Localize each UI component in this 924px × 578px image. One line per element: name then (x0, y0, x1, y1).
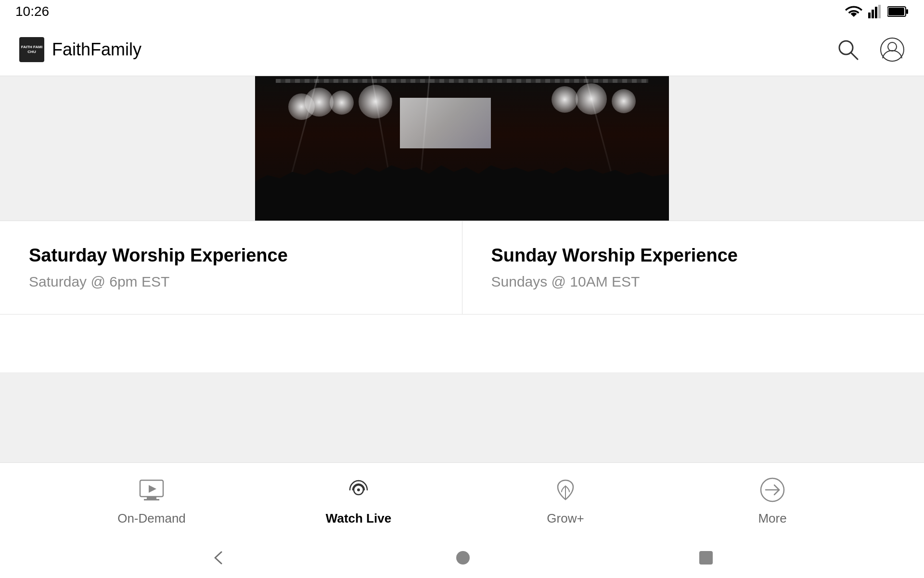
svg-marker-14 (149, 485, 156, 493)
watch-live-label: Watch Live (326, 511, 391, 526)
svg-point-9 (881, 38, 904, 61)
svg-point-16 (357, 488, 360, 491)
status-bar: 10:26 (0, 0, 924, 23)
hero-canvas (255, 76, 669, 221)
spot-light-2 (330, 91, 354, 115)
grow-plus-icon (552, 476, 579, 503)
on-demand-label: On-Demand (117, 511, 186, 526)
nav-item-watch-live[interactable]: Watch Live (255, 476, 462, 526)
spot-light-6 (612, 89, 636, 113)
system-nav (0, 539, 924, 578)
status-icons (845, 5, 909, 18)
wifi-icon (845, 5, 862, 18)
svg-rect-0 (868, 13, 871, 18)
nav-item-on-demand[interactable]: On-Demand (48, 476, 255, 526)
bottom-nav: On-Demand Watch Live Grow+ More (0, 462, 924, 539)
sunday-title: Sunday Worship Experience (491, 245, 896, 266)
square-icon (697, 549, 715, 566)
schedule-item-saturday: Saturday Worship Experience Saturday @ 6… (0, 221, 462, 314)
app-bar-left: FAITH FAMI CHU FaithFamily (19, 37, 141, 62)
battery-icon (887, 6, 909, 17)
home-icon (454, 549, 472, 566)
search-icon[interactable] (835, 37, 860, 62)
crowd-silhouette (255, 156, 669, 221)
svg-rect-1 (872, 10, 874, 18)
app-logo: FAITH FAMI CHU (19, 37, 44, 62)
more-icon (759, 476, 786, 503)
svg-rect-12 (147, 497, 156, 499)
app-title: FaithFamily (52, 39, 141, 60)
app-bar: FAITH FAMI CHU FaithFamily (0, 23, 924, 76)
spacer-section (0, 315, 924, 372)
svg-rect-3 (878, 5, 881, 18)
watch-live-icon (345, 476, 372, 503)
app-bar-right (835, 37, 905, 62)
recents-button[interactable] (697, 549, 715, 568)
schedule-section: Saturday Worship Experience Saturday @ 6… (0, 221, 924, 315)
signal-icon (868, 5, 882, 18)
saturday-time: Saturday @ 6pm EST (29, 274, 433, 290)
svg-rect-20 (699, 551, 713, 565)
stage-truss (276, 79, 648, 83)
saturday-title: Saturday Worship Experience (29, 245, 433, 266)
svg-rect-2 (875, 7, 877, 18)
spot-light-4 (288, 93, 315, 120)
hero-section (0, 76, 924, 221)
status-time: 10:26 (15, 4, 49, 19)
stage-screen (400, 98, 491, 148)
back-button[interactable] (209, 548, 229, 569)
app-logo-text: FAITH FAMI CHU (19, 45, 44, 54)
svg-point-19 (456, 551, 470, 565)
on-demand-icon (138, 476, 165, 503)
svg-rect-5 (888, 8, 904, 15)
nav-item-more[interactable]: More (669, 476, 876, 526)
grow-plus-label: Grow+ (547, 511, 584, 526)
svg-point-10 (888, 42, 897, 51)
main-content: Saturday Worship Experience Saturday @ 6… (0, 76, 924, 501)
sunday-time: Sundays @ 10AM EST (491, 274, 896, 290)
home-button[interactable] (454, 549, 472, 568)
schedule-item-sunday: Sunday Worship Experience Sundays @ 10AM… (462, 221, 924, 314)
svg-rect-13 (144, 499, 159, 500)
hero-image (255, 76, 669, 221)
spot-light-7 (552, 86, 578, 113)
svg-rect-6 (906, 9, 908, 14)
more-label: More (758, 511, 786, 526)
back-icon (209, 548, 229, 567)
nav-item-grow-plus[interactable]: Grow+ (462, 476, 669, 526)
svg-line-8 (851, 53, 858, 59)
account-icon[interactable] (880, 37, 905, 62)
